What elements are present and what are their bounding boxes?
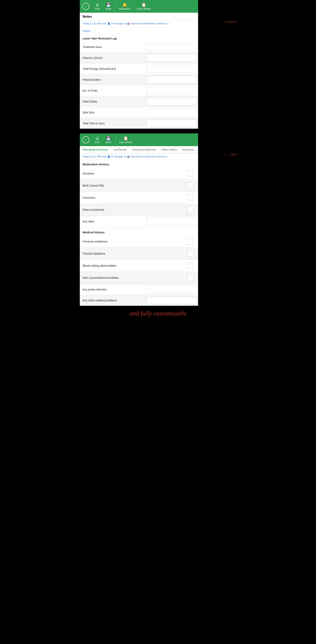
other-problems-label: Any other medical problems xyxy=(80,295,145,306)
save-icon: 💾 xyxy=(106,2,111,7)
spot-input[interactable] xyxy=(146,109,196,116)
medication-row-any-other: Any other xyxy=(80,216,198,227)
case-sheets-button-2[interactable]: 📋 Case Sheets xyxy=(119,136,133,144)
pulse-label: Pulse Duration xyxy=(80,74,145,85)
form-row-treatment: Treatment Area xyxy=(80,42,198,52)
form-row-pulse: Pulse Duration xyxy=(80,74,198,85)
medical-history-section: Medical History Hormone imbalance Thyroi… xyxy=(80,228,198,306)
medication-row-hormones: Hormones xyxy=(80,192,198,204)
medical-row-hormone: Hormone imbalance xyxy=(80,236,198,248)
back-button-2[interactable]: ← xyxy=(82,136,89,143)
reminders-icon: 🔔 xyxy=(122,2,127,7)
tabs-bar: Past Medical History Lab Results Recomme… xyxy=(80,146,198,154)
notes-title-bar: Notes xyxy=(80,13,198,20)
case-sheets-icon: 📋 xyxy=(141,2,146,7)
person-icon-1: 👤 xyxy=(107,22,110,25)
doctor-name-2: Dr Morgan xyxy=(111,155,123,158)
case-sheets-icon-2: 📋 xyxy=(123,136,128,140)
any-other-medication-input[interactable] xyxy=(146,218,196,225)
pulse-input-cell xyxy=(145,74,198,85)
energy-input-cell xyxy=(145,64,198,74)
medication-row-retina: Retin-A (tretinoin) xyxy=(80,204,198,216)
treatment-area-input[interactable] xyxy=(146,43,196,51)
spot-input-cell xyxy=(145,107,198,118)
bcp-checkbox[interactable] xyxy=(187,182,194,189)
blood-clotting-checkbox[interactable] xyxy=(187,262,194,269)
thyroid-imbalance-label: Thyroid imbalance xyxy=(83,252,187,255)
active-infection-input-cell xyxy=(145,284,198,295)
medical-row-thyroid: Thyroid imbalance xyxy=(80,248,198,260)
fluence-input[interactable] xyxy=(146,54,196,62)
tab-past-medical-history[interactable]: Past Medical History xyxy=(80,146,111,154)
print-icon: 🖨 xyxy=(95,2,99,7)
pulse-input[interactable] xyxy=(146,76,196,84)
retina-checkbox[interactable] xyxy=(187,206,194,213)
building-icon-2: 🏥 xyxy=(127,155,130,158)
laser-log-header: Laser Hair Removal Log xyxy=(80,34,198,42)
reminders-button[interactable]: 🔔 Reminders xyxy=(119,2,130,10)
hormones-checkbox[interactable] xyxy=(187,194,194,201)
other-problems-input-cell xyxy=(145,295,198,306)
save-button-2[interactable]: 💾 SAVE xyxy=(104,136,112,144)
case-sheets-button-1[interactable]: 📋 Case Sheets xyxy=(137,2,151,10)
energy-input[interactable] xyxy=(146,65,196,72)
print-icon-2: 🖨 xyxy=(95,136,99,140)
notes-section-label: Notes xyxy=(80,27,198,34)
toolbar-1: ← 🖨 Print 💾 SAVE 🔔 Reminders 📋 Case xyxy=(80,0,198,13)
hormone-imbalance-checkbox[interactable] xyxy=(187,238,194,245)
time-input[interactable] xyxy=(146,120,196,127)
at-text-2: at xyxy=(124,155,126,158)
reminders-label: Reminders xyxy=(119,8,130,10)
case-sheets-label-2: Case Sheets xyxy=(119,141,133,144)
form-row-grids: No: of Grids xyxy=(80,85,198,96)
location-name-2: Savannah Healthcare Services xyxy=(131,155,166,158)
accutane-label: Accutane xyxy=(83,172,187,175)
building-icon-1: 🏥 xyxy=(127,22,130,25)
hormone-imbalance-label: Hormone imbalance xyxy=(83,240,187,243)
location-name-1: Savannah Healthcare Services xyxy=(131,22,166,25)
any-other-medication-input-cell xyxy=(145,216,198,227)
medication-history-header: Medication History xyxy=(80,160,198,168)
panel-1: ← 🖨 Print 💾 SAVE 🔔 Reminders 📋 Case xyxy=(80,0,198,129)
tab-other-history[interactable]: Other History xyxy=(159,146,180,154)
thyroid-imbalance-checkbox[interactable] xyxy=(187,250,194,257)
active-infection-input[interactable] xyxy=(146,286,196,293)
date-row-1[interactable]: Today 12:22 PM with 👤 Dr Morgan at 🏥 Sav… xyxy=(80,20,198,27)
grids-input[interactable] xyxy=(146,87,196,94)
skin-cancer-checkbox[interactable] xyxy=(187,274,194,281)
treatment-area-label: Treatment Area xyxy=(80,42,145,52)
fluence-input-cell xyxy=(145,52,198,63)
annotation-ar-history: AR History xyxy=(230,153,237,156)
doctor-name-1: Dr Morgan xyxy=(111,22,123,25)
date-text-2: Today 12:22 PM with xyxy=(83,155,107,158)
person-icon-2: 👤 xyxy=(107,155,110,158)
skin-cancer-label: Skin Cancer/Abnormal Moles xyxy=(83,276,187,279)
date-row-2[interactable]: Today 12:22 PM with 👤 Dr Morgan at 🏥 Sav… xyxy=(80,154,198,160)
save-button-1[interactable]: 💾 SAVE xyxy=(104,2,112,10)
back-button-1[interactable]: ← xyxy=(82,3,89,10)
other-problems-input[interactable] xyxy=(146,296,196,304)
accutane-checkbox[interactable] xyxy=(187,170,194,177)
fluence-label: Fluence (J/cm2) xyxy=(80,52,145,63)
tab-immunisa[interactable]: Immunisa... xyxy=(179,146,198,154)
medical-row-active-infection: Any active infection xyxy=(80,284,198,295)
form-row-energy: Total Energy Delivered (kJ) xyxy=(80,64,198,74)
hormones-label: Hormones xyxy=(83,196,187,199)
medical-history-header: Medical History xyxy=(80,228,198,236)
tab-lab-results[interactable]: Lab Results xyxy=(111,146,130,154)
grids-input-cell xyxy=(145,85,198,96)
save-label: SAVE xyxy=(105,8,111,10)
time-label: Total Time in secs xyxy=(80,118,145,129)
print-button-2[interactable]: 🖨 Print xyxy=(93,136,101,144)
grids-label: No: of Grids xyxy=(80,85,145,96)
divider-2 xyxy=(134,2,134,10)
bottom-annotation: and fully customisable xyxy=(79,306,237,321)
rate-input[interactable] xyxy=(146,98,196,105)
print-button-1[interactable]: 🖨 Print xyxy=(93,2,101,10)
medication-row-bcp: Birth Control Pills xyxy=(80,180,198,192)
tab-recommended-plan[interactable]: Recommended Plan xyxy=(130,146,159,154)
at-text-1: at xyxy=(124,22,126,25)
retina-label: Retin-A (tretinoin) xyxy=(83,208,187,211)
save-icon-2: 💾 xyxy=(106,136,111,140)
form-row-spot: Spot Size xyxy=(80,107,198,118)
